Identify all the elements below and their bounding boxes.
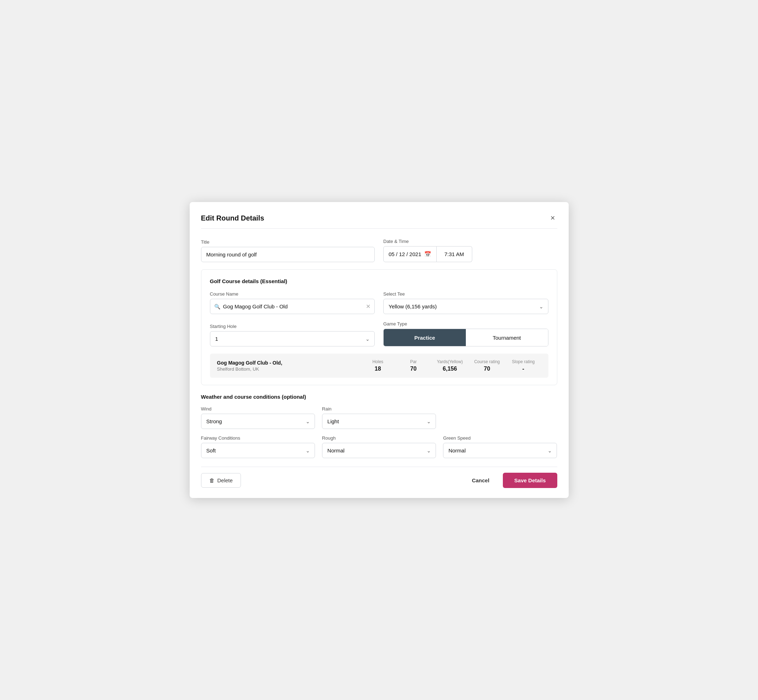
course-rating-value: 70 (484, 366, 490, 372)
course-location: Shelford Bottom, UK (217, 366, 360, 372)
title-datetime-row: Title Date & Time 05 / 12 / 2021 📅 7:31 … (201, 239, 557, 262)
fairway-rough-green-row: Fairway Conditions DryNormalSoftWet ⌄ Ro… (201, 435, 557, 458)
time-value: 7:31 AM (445, 251, 464, 257)
fairway-select[interactable]: DryNormalSoftWet (201, 443, 315, 458)
starting-hole-select[interactable]: 1234 5678 910 (210, 331, 375, 347)
weather-section: Weather and course conditions (optional)… (201, 394, 557, 458)
tee-select[interactable]: Yellow (6,156 yards) White (6,700 yards)… (383, 299, 548, 314)
practice-button[interactable]: Practice (384, 329, 466, 346)
game-type-toggle: Practice Tournament (383, 329, 548, 347)
slope-rating-stat: Slope rating - (506, 359, 541, 372)
starting-hole-group: Starting Hole 1234 5678 910 ⌄ (210, 324, 375, 347)
holes-stat: Holes 18 (360, 359, 396, 372)
course-name-group: Course Name 🔍 ✕ (210, 291, 375, 314)
save-button[interactable]: Save Details (503, 473, 557, 488)
wind-field: Wind NoneLightModerateStrong ⌄ (201, 406, 315, 429)
title-field-group: Title (201, 239, 375, 262)
green-speed-select[interactable]: SlowNormalFastVery Fast (443, 443, 557, 458)
title-input[interactable] (201, 247, 375, 262)
calendar-icon: 📅 (424, 251, 431, 258)
course-name-input[interactable] (210, 299, 375, 314)
trash-icon: 🗑 (209, 477, 215, 483)
rough-label: Rough (322, 435, 436, 441)
holes-label: Holes (372, 359, 383, 364)
date-input[interactable]: 05 / 12 / 2021 📅 (383, 246, 437, 262)
rain-label: Rain (322, 406, 436, 411)
title-label: Title (201, 239, 375, 245)
green-speed-select-wrapper: SlowNormalFastVery Fast ⌄ (443, 443, 557, 458)
slope-rating-value: - (522, 366, 524, 372)
fairway-field: Fairway Conditions DryNormalSoftWet ⌄ (201, 435, 315, 458)
datetime-label: Date & Time (383, 239, 557, 244)
green-speed-field: Green Speed SlowNormalFastVery Fast ⌄ (443, 435, 557, 458)
slope-rating-label: Slope rating (512, 359, 534, 364)
game-type-group: Game Type Practice Tournament (383, 321, 548, 347)
weather-section-title: Weather and course conditions (optional) (201, 394, 557, 400)
fairway-select-wrapper: DryNormalSoftWet ⌄ (201, 443, 315, 458)
par-stat: Par 70 (396, 359, 431, 372)
tournament-button[interactable]: Tournament (466, 329, 548, 346)
rough-select-wrapper: ShortNormalLongVery Long ⌄ (322, 443, 436, 458)
rough-field: Rough ShortNormalLongVery Long ⌄ (322, 435, 436, 458)
wind-rain-row: Wind NoneLightModerateStrong ⌄ Rain None… (201, 406, 557, 429)
hole-select-wrapper: 1234 5678 910 ⌄ (210, 331, 375, 347)
tee-select-wrapper: Yellow (6,156 yards) White (6,700 yards)… (383, 299, 548, 314)
holes-value: 18 (375, 366, 381, 372)
course-name-label: Course Name (210, 291, 375, 297)
search-icon: 🔍 (214, 304, 220, 309)
rain-select-wrapper: NoneLightModerateHeavy ⌄ (322, 414, 436, 429)
select-tee-group: Select Tee Yellow (6,156 yards) White (6… (383, 291, 548, 314)
game-type-label: Game Type (383, 321, 548, 327)
course-name-wrapper: 🔍 ✕ (210, 299, 375, 314)
green-speed-label: Green Speed (443, 435, 557, 441)
footer-row: 🗑 Delete Cancel Save Details (201, 467, 557, 488)
rough-select[interactable]: ShortNormalLongVery Long (322, 443, 436, 458)
hole-gametype-row: Starting Hole 1234 5678 910 ⌄ Game Type … (210, 321, 548, 347)
golf-course-title: Golf Course details (Essential) (210, 278, 548, 284)
wind-select[interactable]: NoneLightModerateStrong (201, 414, 315, 429)
starting-hole-label: Starting Hole (210, 324, 375, 329)
yards-stat: Yards(Yellow) 6,156 (431, 359, 469, 372)
modal-header: Edit Round Details × (201, 213, 557, 229)
delete-button[interactable]: 🗑 Delete (201, 473, 241, 488)
date-value: 05 / 12 / 2021 (388, 251, 421, 257)
par-value: 70 (410, 366, 417, 372)
course-info-row: Gog Magog Golf Club - Old, Shelford Bott… (210, 353, 548, 378)
rain-field: Rain NoneLightModerateHeavy ⌄ (322, 406, 436, 429)
edit-round-modal: Edit Round Details × Title Date & Time 0… (190, 202, 568, 498)
delete-label: Delete (218, 477, 233, 483)
course-info-name: Gog Magog Golf Club - Old, Shelford Bott… (217, 360, 360, 372)
wind-select-wrapper: NoneLightModerateStrong ⌄ (201, 414, 315, 429)
golf-course-section: Golf Course details (Essential) Course N… (201, 269, 557, 385)
select-tee-label: Select Tee (383, 291, 548, 297)
course-rating-stat: Course rating 70 (468, 359, 505, 372)
fairway-label: Fairway Conditions (201, 435, 315, 441)
course-name-display: Gog Magog Golf Club - Old, (217, 360, 360, 366)
close-button[interactable]: × (548, 213, 557, 223)
time-input[interactable]: 7:31 AM (437, 246, 472, 262)
course-tee-row: Course Name 🔍 ✕ Select Tee Yellow (6,156… (210, 291, 548, 314)
footer-right: Cancel Save Details (465, 473, 557, 488)
yards-label: Yards(Yellow) (437, 359, 463, 364)
yards-value: 6,156 (443, 366, 457, 372)
cancel-button[interactable]: Cancel (465, 473, 496, 487)
datetime-field-group: Date & Time 05 / 12 / 2021 📅 7:31 AM (383, 239, 557, 262)
modal-title: Edit Round Details (201, 214, 265, 222)
rain-select[interactable]: NoneLightModerateHeavy (322, 414, 436, 429)
date-time-group: 05 / 12 / 2021 📅 7:31 AM (383, 246, 557, 262)
course-rating-label: Course rating (474, 359, 500, 364)
clear-icon[interactable]: ✕ (366, 303, 370, 310)
par-label: Par (410, 359, 417, 364)
wind-label: Wind (201, 406, 315, 411)
